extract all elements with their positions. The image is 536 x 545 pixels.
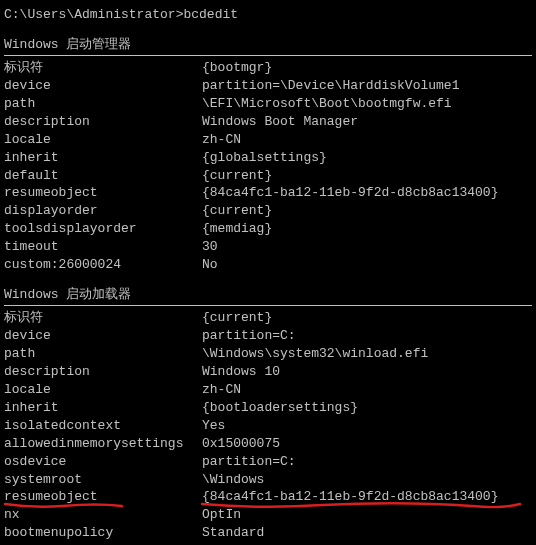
output-key: resumeobject xyxy=(4,488,202,506)
output-value: No xyxy=(202,256,532,274)
output-key: isolatedcontext xyxy=(4,417,202,435)
output-key: nx xyxy=(4,506,202,524)
output-row: path\Windows\system32\winload.efi xyxy=(4,345,532,363)
output-value: zh-CN xyxy=(202,381,532,399)
output-value: {bootloadersettings} xyxy=(202,399,532,417)
output-value: \Windows xyxy=(202,471,532,489)
output-key: osdevice xyxy=(4,453,202,471)
output-key: 标识符 xyxy=(4,59,202,77)
output-value: \EFI\Microsoft\Boot\bootmgfw.efi xyxy=(202,95,532,113)
output-row: 标识符{current} xyxy=(4,309,532,327)
output-key: device xyxy=(4,77,202,95)
output-row: timeout30 xyxy=(4,238,532,256)
output-value: {current} xyxy=(202,167,532,185)
output-row: bootmenupolicyStandard xyxy=(4,524,532,542)
output-key: toolsdisplayorder xyxy=(4,220,202,238)
section-divider xyxy=(4,305,532,306)
output-row: descriptionWindows Boot Manager xyxy=(4,113,532,131)
output-key: path xyxy=(4,95,202,113)
output-key: description xyxy=(4,113,202,131)
output-key: path xyxy=(4,345,202,363)
output-row: inherit{globalsettings} xyxy=(4,149,532,167)
output-row: custom:26000024No xyxy=(4,256,532,274)
output-key: bootmenupolicy xyxy=(4,524,202,542)
output-value: {current} xyxy=(202,309,532,327)
command-prompt-line: C:\Users\Administrator>bcdedit xyxy=(4,6,532,24)
output-row: osdevicepartition=C: xyxy=(4,453,532,471)
output-key: allowedinmemorysettings xyxy=(4,435,202,453)
output-row: path\EFI\Microsoft\Boot\bootmgfw.efi xyxy=(4,95,532,113)
output-row: 标识符{bootmgr} xyxy=(4,59,532,77)
output-value: partition=C: xyxy=(202,327,532,345)
output-value: Windows Boot Manager xyxy=(202,113,532,131)
output-value: Windows 10 xyxy=(202,363,532,381)
output-key: systemroot xyxy=(4,471,202,489)
section-title-text: Windows 启动管理器 xyxy=(4,36,131,54)
output-value: zh-CN xyxy=(202,131,532,149)
output-row: devicepartition=\Device\HarddiskVolume1 xyxy=(4,77,532,95)
output-row: nxOptIn xyxy=(4,506,532,524)
output-row: localezh-CN xyxy=(4,131,532,149)
output-value: OptIn xyxy=(202,506,532,524)
output-row: localezh-CN xyxy=(4,381,532,399)
output-key: inherit xyxy=(4,149,202,167)
output-value: 30 xyxy=(202,238,532,256)
output-key: locale xyxy=(4,381,202,399)
output-value: {bootmgr} xyxy=(202,59,532,77)
output-key: resumeobject xyxy=(4,184,202,202)
output-value: 0x15000075 xyxy=(202,435,532,453)
output-row: devicepartition=C: xyxy=(4,327,532,345)
output-value: {current} xyxy=(202,202,532,220)
output-key: displayorder xyxy=(4,202,202,220)
output-key: timeout xyxy=(4,238,202,256)
output-key: device xyxy=(4,327,202,345)
section-title-bootmgr: Windows 启动管理器 xyxy=(4,36,532,54)
output-value: {memdiag} xyxy=(202,220,532,238)
output-value: {84ca4fc1-ba12-11eb-9f2d-d8cb8ac13400} xyxy=(202,184,532,202)
output-value: {globalsettings} xyxy=(202,149,532,167)
output-row: resumeobject{84ca4fc1-ba12-11eb-9f2d-d8c… xyxy=(4,184,532,202)
section-divider xyxy=(4,55,532,56)
output-key: locale xyxy=(4,131,202,149)
output-row: displayorder{current} xyxy=(4,202,532,220)
section-title-loader: Windows 启动加载器 xyxy=(4,286,532,304)
prompt-text: C:\Users\Administrator>bcdedit xyxy=(4,6,238,24)
output-key: inherit xyxy=(4,399,202,417)
output-row: systemroot\Windows xyxy=(4,471,532,489)
output-value: Yes xyxy=(202,417,532,435)
output-value: partition=\Device\HarddiskVolume1 xyxy=(202,77,532,95)
output-key: default xyxy=(4,167,202,185)
section-title-text: Windows 启动加载器 xyxy=(4,286,131,304)
output-row: descriptionWindows 10 xyxy=(4,363,532,381)
output-key: 标识符 xyxy=(4,309,202,327)
output-value: partition=C: xyxy=(202,453,532,471)
output-row: allowedinmemorysettings0x15000075 xyxy=(4,435,532,453)
output-row: toolsdisplayorder{memdiag} xyxy=(4,220,532,238)
output-key: description xyxy=(4,363,202,381)
output-row: default{current} xyxy=(4,167,532,185)
output-value: Standard xyxy=(202,524,532,542)
output-key: custom:26000024 xyxy=(4,256,202,274)
output-value: {84ca4fc1-ba12-11eb-9f2d-d8cb8ac13400} xyxy=(202,488,532,506)
output-row: inherit{bootloadersettings} xyxy=(4,399,532,417)
output-value: \Windows\system32\winload.efi xyxy=(202,345,532,363)
output-row-resumeobject: resumeobject{84ca4fc1-ba12-11eb-9f2d-d8c… xyxy=(4,488,532,506)
output-row: isolatedcontextYes xyxy=(4,417,532,435)
